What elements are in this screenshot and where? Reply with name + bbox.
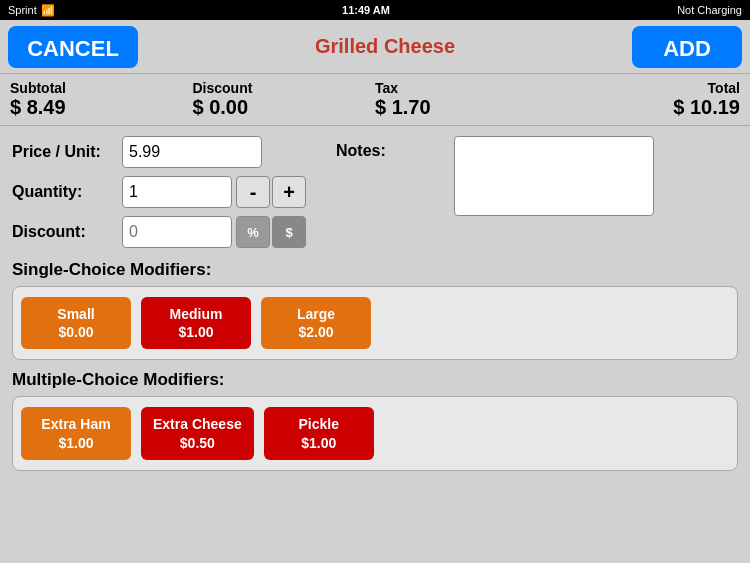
single-modifier-btn[interactable]: Large$2.00 (261, 297, 371, 349)
tax-cell: Tax $ 1.70 (375, 80, 558, 119)
single-modifier-btn[interactable]: Small$0.00 (21, 297, 131, 349)
plus-button[interactable]: + (272, 176, 306, 208)
single-modifier-btn[interactable]: Medium$1.00 (141, 297, 251, 349)
main-area: Price / Unit: Quantity: - + Discount: % … (0, 126, 750, 485)
wifi-icon: 📶 (41, 4, 55, 17)
status-bar: Sprint 📶 11:49 AM Not Charging (0, 0, 750, 20)
header: CANCEL Grilled Cheese ADD (0, 20, 750, 74)
price-input[interactable] (122, 136, 262, 168)
form-fields: Price / Unit: Quantity: - + Discount: % … (12, 136, 306, 256)
multi-modifier-btn[interactable]: Extra Cheese$0.50 (141, 407, 254, 459)
discount-controls: % $ (236, 216, 306, 248)
multiple-choice-container: Extra Ham$1.00Extra Cheese$0.50Pickle$1.… (12, 396, 738, 470)
multiple-choice-section: Multiple-Choice Modifiers: Extra Ham$1.0… (12, 370, 738, 470)
dollar-button[interactable]: $ (272, 216, 306, 248)
price-row: Price / Unit: (12, 136, 306, 168)
multi-modifier-btn[interactable]: Pickle$1.00 (264, 407, 374, 459)
notes-wrapper: Notes: (336, 136, 654, 216)
page-title: Grilled Cheese (138, 35, 632, 58)
status-bar-left: Sprint 📶 (8, 4, 55, 17)
discount-row: Discount: % $ (12, 216, 306, 248)
add-button[interactable]: ADD (632, 26, 742, 68)
discount-input[interactable] (122, 216, 232, 248)
quantity-label: Quantity: (12, 183, 122, 201)
single-choice-section: Single-Choice Modifiers: Small$0.00Mediu… (12, 260, 738, 360)
single-choice-container: Small$0.00Medium$1.00Large$2.00 (12, 286, 738, 360)
percent-button[interactable]: % (236, 216, 270, 248)
battery-label: Not Charging (677, 4, 742, 16)
discount-label: Discount (193, 80, 376, 96)
discount-value: $ 0.00 (193, 96, 376, 119)
subtotal-label: Subtotal (10, 80, 193, 96)
price-label: Price / Unit: (12, 143, 122, 161)
minus-button[interactable]: - (236, 176, 270, 208)
notes-input[interactable] (454, 136, 654, 216)
discount-form-label: Discount: (12, 223, 122, 241)
form-notes-wrapper: Price / Unit: Quantity: - + Discount: % … (12, 136, 738, 256)
totals-row: Subtotal $ 8.49 Discount $ 0.00 Tax $ 1.… (0, 74, 750, 126)
total-label: Total (708, 80, 740, 96)
quantity-input[interactable] (122, 176, 232, 208)
total-cell: Total $ 10.19 (558, 80, 741, 119)
multiple-choice-title: Multiple-Choice Modifiers: (12, 370, 738, 390)
multi-modifier-btn[interactable]: Extra Ham$1.00 (21, 407, 131, 459)
quantity-controls: - + (236, 176, 306, 208)
notes-label: Notes: (336, 142, 446, 160)
subtotal-cell: Subtotal $ 8.49 (10, 80, 193, 119)
total-value: $ 10.19 (673, 96, 740, 119)
status-bar-time: 11:49 AM (342, 4, 390, 16)
carrier-label: Sprint (8, 4, 37, 16)
subtotal-value: $ 8.49 (10, 96, 193, 119)
tax-label: Tax (375, 80, 558, 96)
cancel-button[interactable]: CANCEL (8, 26, 138, 68)
single-choice-title: Single-Choice Modifiers: (12, 260, 738, 280)
discount-cell: Discount $ 0.00 (193, 80, 376, 119)
quantity-row: Quantity: - + (12, 176, 306, 208)
tax-value: $ 1.70 (375, 96, 558, 119)
